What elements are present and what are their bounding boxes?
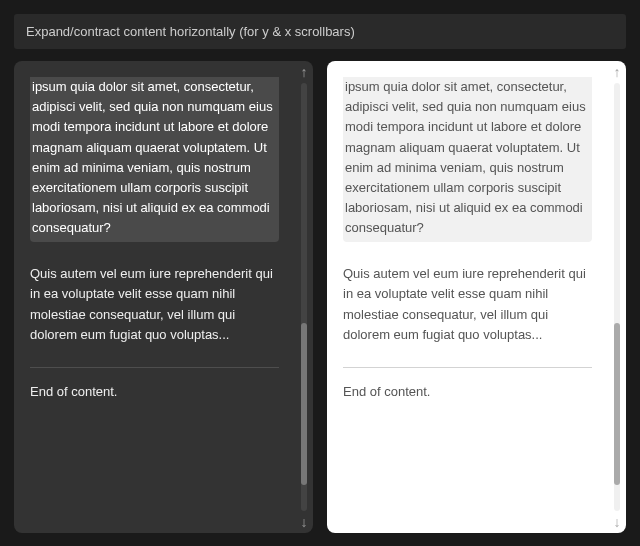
paragraph-plain: Quis autem vel eum iure reprehenderit qu… bbox=[343, 264, 592, 345]
arrow-down-icon[interactable]: ↓ bbox=[614, 515, 621, 529]
scrollbar-track[interactable] bbox=[301, 83, 307, 511]
arrow-up-icon[interactable]: ↑ bbox=[614, 65, 621, 79]
scroll-content-light: Neque porro quisquam est, qui dolorem ip… bbox=[343, 77, 592, 402]
paragraph-highlighted: Neque porro quisquam est, qui dolorem ip… bbox=[343, 77, 592, 242]
scroll-viewport-dark[interactable]: Neque porro quisquam est, qui dolorem ip… bbox=[30, 77, 297, 517]
end-of-content-label: End of content. bbox=[30, 382, 279, 402]
divider bbox=[343, 367, 592, 368]
arrow-up-icon[interactable]: ↑ bbox=[301, 65, 308, 79]
scroll-viewport-light[interactable]: Neque porro quisquam est, qui dolorem ip… bbox=[343, 77, 610, 517]
end-of-content-label: End of content. bbox=[343, 382, 592, 402]
paragraph-plain: Quis autem vel eum iure reprehenderit qu… bbox=[30, 264, 279, 345]
divider bbox=[30, 367, 279, 368]
panel-light: Neque porro quisquam est, qui dolorem ip… bbox=[327, 61, 626, 533]
vertical-scrollbar-dark[interactable]: ↑ ↓ bbox=[297, 65, 311, 529]
section-header: Expand/contract content horizontally (fo… bbox=[14, 14, 626, 49]
paragraph-highlighted: Neque porro quisquam est, qui dolorem ip… bbox=[30, 77, 279, 242]
panel-dark: Neque porro quisquam est, qui dolorem ip… bbox=[14, 61, 313, 533]
section-title: Expand/contract content horizontally (fo… bbox=[26, 24, 355, 39]
scrollbar-thumb[interactable] bbox=[614, 323, 620, 486]
vertical-scrollbar-light[interactable]: ↑ ↓ bbox=[610, 65, 624, 529]
scrollbar-track[interactable] bbox=[614, 83, 620, 511]
scroll-content-dark: Neque porro quisquam est, qui dolorem ip… bbox=[30, 77, 279, 402]
arrow-down-icon[interactable]: ↓ bbox=[301, 515, 308, 529]
panels-row: Neque porro quisquam est, qui dolorem ip… bbox=[0, 61, 640, 533]
scrollbar-thumb[interactable] bbox=[301, 323, 307, 486]
